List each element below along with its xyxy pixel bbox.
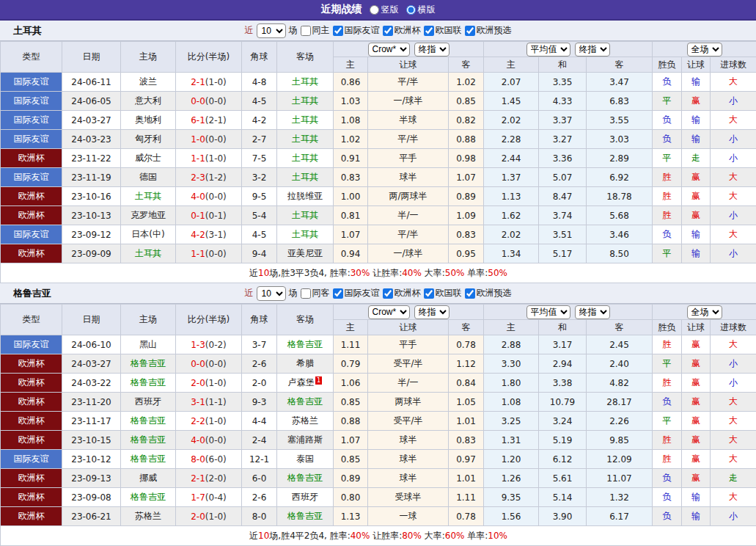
avg-draw-odds: 5.19	[539, 431, 587, 450]
average-select[interactable]: 平均值	[526, 43, 570, 57]
result-goals: 大	[711, 168, 756, 187]
average-period-select[interactable]: 终指	[575, 305, 610, 319]
subcol-avg-draw: 和	[539, 320, 587, 335]
summary-part: 60%	[445, 531, 465, 541]
league-checkbox[interactable]	[333, 288, 343, 299]
bookmaker-select[interactable]: Crow*	[368, 305, 410, 319]
same-venue-filter[interactable]: 同客	[301, 287, 330, 299]
handicap-home-odds: 0.85	[334, 450, 368, 469]
score: 2-1(2-0)	[176, 469, 242, 488]
match-row: 欧洲杯 23-10-15 格鲁吉亚 4-0(0-0) 2-4 塞浦路斯 1.07…	[1, 431, 756, 450]
league-checkbox[interactable]	[465, 26, 475, 36]
home-team: 意大利	[121, 92, 176, 111]
league-filter[interactable]: 欧国联	[424, 24, 462, 37]
handicap-line: 受球半	[368, 488, 449, 507]
result-handicap: 赢	[682, 92, 711, 111]
score-fulltime: 1-0	[191, 134, 205, 145]
home-team: 格鲁吉亚	[121, 488, 176, 507]
page-title: 近期战绩	[321, 3, 362, 16]
avg-draw-odds: 2.94	[539, 354, 587, 374]
match-row: 欧洲杯 23-09-08 格鲁吉亚 1-7(0-4) 2-6 西班牙 0.80 …	[1, 488, 756, 507]
league-checkbox[interactable]	[383, 26, 393, 36]
score-halftime: (1-0)	[205, 77, 227, 87]
col-home: 主场	[121, 42, 176, 73]
handicap-line: 球半	[368, 469, 449, 488]
home-team: 土耳其	[121, 244, 176, 263]
view-option-horizontal[interactable]: 横版	[406, 4, 436, 16]
result-handicap: 赢	[682, 374, 711, 393]
same-venue-checkbox[interactable]	[301, 288, 311, 299]
competition-badge: 欧洲杯	[1, 488, 62, 507]
score-halftime: (1-0)	[205, 416, 227, 426]
games-count-select[interactable]: 10	[257, 286, 286, 301]
away-team: 土耳其	[277, 111, 334, 130]
away-team: 亚美尼亚	[277, 244, 334, 263]
view-option-vertical[interactable]: 竖版	[370, 4, 399, 16]
same-venue-label: 同主	[312, 24, 330, 37]
same-venue-filter[interactable]: 同主	[301, 24, 330, 37]
sections-root: 土耳其 近 10 场 同主 国际友谊欧洲杯欧国联欧洲预选 类型 日期	[0, 21, 756, 546]
games-count-select[interactable]: 10	[257, 23, 286, 38]
league-filter[interactable]: 欧洲杯	[383, 287, 421, 299]
league-checkbox[interactable]	[465, 288, 475, 299]
score: 4-0(0-0)	[176, 431, 242, 450]
match-row: 欧洲杯 24-03-22 格鲁吉亚 2-0(1-0) 2-0 卢森堡1 1.06…	[1, 374, 756, 393]
same-venue-checkbox[interactable]	[301, 26, 311, 36]
competition-badge: 欧洲杯	[1, 354, 62, 374]
competition-badge: 国际友谊	[1, 92, 62, 111]
scope-select[interactable]: 全场	[687, 305, 722, 319]
score: 1-3(0-2)	[176, 335, 242, 354]
league-filter[interactable]: 欧洲杯	[383, 24, 421, 37]
result-wdl: 平	[653, 412, 682, 431]
league-filter[interactable]: 欧国联	[424, 287, 462, 299]
away-team: 拉脱维亚	[277, 187, 334, 206]
red-card-badge: 1	[315, 376, 323, 385]
summary-part: 40%	[402, 268, 422, 278]
handicap-away-odds: 1.01	[449, 469, 484, 488]
horizontal-radio[interactable]	[406, 5, 416, 15]
result-goals: 大	[711, 187, 756, 206]
result-goals: 小	[711, 92, 756, 111]
league-filter[interactable]: 国际友谊	[333, 24, 380, 37]
score-halftime: (0-0)	[205, 192, 227, 202]
handicap-away-odds: 0.98	[449, 149, 484, 168]
bookmaker-select[interactable]: Crow*	[368, 43, 410, 57]
match-date: 24-06-10	[62, 335, 121, 354]
result-goals: 小	[711, 244, 756, 263]
league-checkbox[interactable]	[424, 26, 434, 36]
average-period-select[interactable]: 终指	[575, 43, 610, 57]
scope-select[interactable]: 全场	[687, 43, 722, 57]
score: 4-0(0-0)	[176, 187, 242, 206]
league-filter[interactable]: 国际友谊	[333, 287, 380, 299]
away-team: 格鲁吉亚	[277, 507, 334, 526]
summary-part: 场,胜4平2负4, 胜率:	[269, 531, 350, 541]
league-checkbox[interactable]	[383, 288, 393, 299]
handicap-home-odds: 1.13	[334, 507, 368, 526]
summary-part: 30%	[351, 268, 370, 278]
result-handicap: 走	[682, 149, 711, 168]
home-team: 德国	[121, 168, 176, 187]
avg-home-odds: 1.37	[484, 168, 539, 187]
handicap-period-select[interactable]: 终指	[414, 43, 449, 57]
match-date: 23-11-20	[62, 393, 121, 412]
average-select[interactable]: 平均值	[526, 305, 570, 319]
league-checkbox[interactable]	[333, 26, 343, 36]
match-row: 欧洲杯 23-11-22 威尔士 1-1(1-0) 7-5 土耳其 0.91 平…	[1, 149, 756, 168]
handicap-period-select[interactable]: 终指	[414, 305, 449, 319]
team-name: 土耳其	[13, 24, 42, 37]
avg-home-odds: 1.13	[484, 187, 539, 206]
handicap-home-odds: 0.83	[334, 168, 368, 187]
handicap-home-odds: 1.00	[334, 187, 368, 206]
competition-badge: 欧洲杯	[1, 206, 62, 225]
league-checkbox[interactable]	[424, 288, 434, 299]
result-goals: 小	[711, 130, 756, 149]
score-halftime: (0-0)	[205, 435, 227, 445]
league-filter[interactable]: 欧洲预选	[465, 24, 512, 37]
competition-badge: 欧洲杯	[1, 374, 62, 393]
score-halftime: (1-2)	[205, 172, 227, 183]
match-date: 23-10-16	[62, 187, 121, 206]
league-filter[interactable]: 欧洲预选	[465, 287, 512, 299]
vertical-radio[interactable]	[370, 5, 379, 15]
result-wdl: 负	[653, 488, 682, 507]
match-date: 23-11-19	[62, 168, 121, 187]
